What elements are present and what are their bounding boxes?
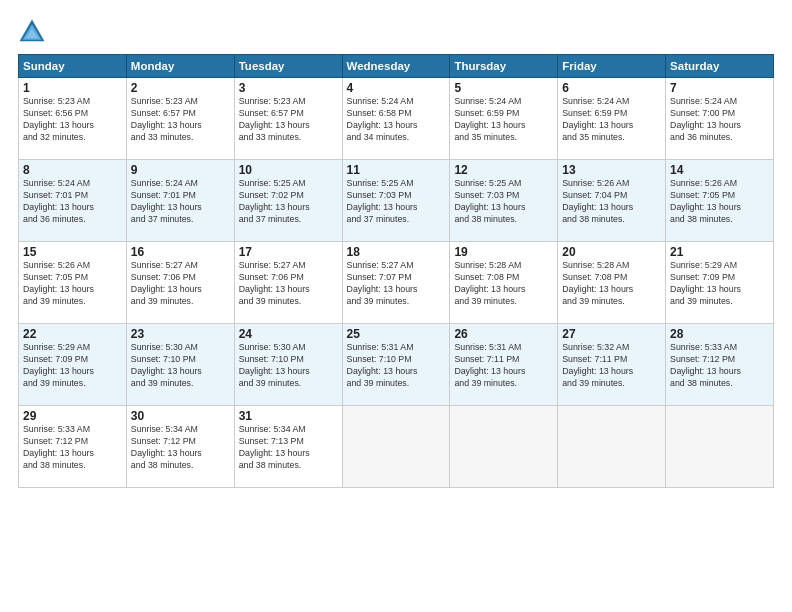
calendar-cell: 10Sunrise: 5:25 AMSunset: 7:02 PMDayligh… [234,160,342,242]
col-header-saturday: Saturday [666,55,774,78]
calendar-cell: 4Sunrise: 5:24 AMSunset: 6:58 PMDaylight… [342,78,450,160]
calendar-cell: 21Sunrise: 5:29 AMSunset: 7:09 PMDayligh… [666,242,774,324]
cell-info: Sunrise: 5:26 AMSunset: 7:05 PMDaylight:… [670,178,769,226]
cell-info: Sunrise: 5:30 AMSunset: 7:10 PMDaylight:… [239,342,338,390]
cell-info: Sunrise: 5:27 AMSunset: 7:06 PMDaylight:… [239,260,338,308]
day-number: 15 [23,245,122,259]
day-number: 13 [562,163,661,177]
cell-info: Sunrise: 5:24 AMSunset: 6:59 PMDaylight:… [454,96,553,144]
calendar-cell: 19Sunrise: 5:28 AMSunset: 7:08 PMDayligh… [450,242,558,324]
cell-info: Sunrise: 5:33 AMSunset: 7:12 PMDaylight:… [23,424,122,472]
cell-info: Sunrise: 5:24 AMSunset: 7:00 PMDaylight:… [670,96,769,144]
calendar-week-1: 1Sunrise: 5:23 AMSunset: 6:56 PMDaylight… [19,78,774,160]
calendar-cell: 14Sunrise: 5:26 AMSunset: 7:05 PMDayligh… [666,160,774,242]
cell-info: Sunrise: 5:34 AMSunset: 7:12 PMDaylight:… [131,424,230,472]
day-number: 11 [347,163,446,177]
calendar-cell: 17Sunrise: 5:27 AMSunset: 7:06 PMDayligh… [234,242,342,324]
calendar-cell: 11Sunrise: 5:25 AMSunset: 7:03 PMDayligh… [342,160,450,242]
day-number: 22 [23,327,122,341]
cell-info: Sunrise: 5:24 AMSunset: 6:59 PMDaylight:… [562,96,661,144]
calendar-cell: 2Sunrise: 5:23 AMSunset: 6:57 PMDaylight… [126,78,234,160]
cell-info: Sunrise: 5:33 AMSunset: 7:12 PMDaylight:… [670,342,769,390]
cell-info: Sunrise: 5:23 AMSunset: 6:57 PMDaylight:… [239,96,338,144]
calendar-cell: 27Sunrise: 5:32 AMSunset: 7:11 PMDayligh… [558,324,666,406]
day-number: 8 [23,163,122,177]
calendar-cell: 9Sunrise: 5:24 AMSunset: 7:01 PMDaylight… [126,160,234,242]
cell-info: Sunrise: 5:29 AMSunset: 7:09 PMDaylight:… [670,260,769,308]
calendar-cell [342,406,450,488]
col-header-thursday: Thursday [450,55,558,78]
cell-info: Sunrise: 5:23 AMSunset: 6:57 PMDaylight:… [131,96,230,144]
cell-info: Sunrise: 5:25 AMSunset: 7:03 PMDaylight:… [454,178,553,226]
calendar-cell [450,406,558,488]
calendar-week-3: 15Sunrise: 5:26 AMSunset: 7:05 PMDayligh… [19,242,774,324]
calendar-cell: 1Sunrise: 5:23 AMSunset: 6:56 PMDaylight… [19,78,127,160]
cell-info: Sunrise: 5:26 AMSunset: 7:04 PMDaylight:… [562,178,661,226]
logo [18,18,48,46]
calendar-table: SundayMondayTuesdayWednesdayThursdayFrid… [18,54,774,488]
cell-info: Sunrise: 5:31 AMSunset: 7:10 PMDaylight:… [347,342,446,390]
calendar-cell: 8Sunrise: 5:24 AMSunset: 7:01 PMDaylight… [19,160,127,242]
calendar-week-2: 8Sunrise: 5:24 AMSunset: 7:01 PMDaylight… [19,160,774,242]
day-number: 2 [131,81,230,95]
calendar-cell: 13Sunrise: 5:26 AMSunset: 7:04 PMDayligh… [558,160,666,242]
day-number: 29 [23,409,122,423]
calendar-week-5: 29Sunrise: 5:33 AMSunset: 7:12 PMDayligh… [19,406,774,488]
day-number: 30 [131,409,230,423]
cell-info: Sunrise: 5:27 AMSunset: 7:07 PMDaylight:… [347,260,446,308]
day-number: 24 [239,327,338,341]
calendar-cell: 23Sunrise: 5:30 AMSunset: 7:10 PMDayligh… [126,324,234,406]
cell-info: Sunrise: 5:24 AMSunset: 6:58 PMDaylight:… [347,96,446,144]
day-number: 16 [131,245,230,259]
day-number: 9 [131,163,230,177]
col-header-sunday: Sunday [19,55,127,78]
cell-info: Sunrise: 5:24 AMSunset: 7:01 PMDaylight:… [131,178,230,226]
calendar-cell: 31Sunrise: 5:34 AMSunset: 7:13 PMDayligh… [234,406,342,488]
calendar-cell: 7Sunrise: 5:24 AMSunset: 7:00 PMDaylight… [666,78,774,160]
day-number: 20 [562,245,661,259]
calendar-cell: 3Sunrise: 5:23 AMSunset: 6:57 PMDaylight… [234,78,342,160]
calendar-cell: 16Sunrise: 5:27 AMSunset: 7:06 PMDayligh… [126,242,234,324]
cell-info: Sunrise: 5:34 AMSunset: 7:13 PMDaylight:… [239,424,338,472]
day-number: 28 [670,327,769,341]
logo-icon [18,18,46,46]
cell-info: Sunrise: 5:25 AMSunset: 7:02 PMDaylight:… [239,178,338,226]
day-number: 4 [347,81,446,95]
calendar-cell: 5Sunrise: 5:24 AMSunset: 6:59 PMDaylight… [450,78,558,160]
cell-info: Sunrise: 5:27 AMSunset: 7:06 PMDaylight:… [131,260,230,308]
day-number: 6 [562,81,661,95]
col-header-friday: Friday [558,55,666,78]
day-number: 10 [239,163,338,177]
day-number: 14 [670,163,769,177]
cell-info: Sunrise: 5:31 AMSunset: 7:11 PMDaylight:… [454,342,553,390]
header [18,18,774,46]
day-number: 12 [454,163,553,177]
calendar-cell: 24Sunrise: 5:30 AMSunset: 7:10 PMDayligh… [234,324,342,406]
cell-info: Sunrise: 5:23 AMSunset: 6:56 PMDaylight:… [23,96,122,144]
day-number: 1 [23,81,122,95]
header-row: SundayMondayTuesdayWednesdayThursdayFrid… [19,55,774,78]
calendar-cell: 22Sunrise: 5:29 AMSunset: 7:09 PMDayligh… [19,324,127,406]
cell-info: Sunrise: 5:28 AMSunset: 7:08 PMDaylight:… [454,260,553,308]
cell-info: Sunrise: 5:25 AMSunset: 7:03 PMDaylight:… [347,178,446,226]
day-number: 31 [239,409,338,423]
day-number: 18 [347,245,446,259]
calendar-cell: 29Sunrise: 5:33 AMSunset: 7:12 PMDayligh… [19,406,127,488]
calendar-cell [558,406,666,488]
calendar-cell: 25Sunrise: 5:31 AMSunset: 7:10 PMDayligh… [342,324,450,406]
calendar-cell: 12Sunrise: 5:25 AMSunset: 7:03 PMDayligh… [450,160,558,242]
col-header-tuesday: Tuesday [234,55,342,78]
cell-info: Sunrise: 5:29 AMSunset: 7:09 PMDaylight:… [23,342,122,390]
day-number: 7 [670,81,769,95]
calendar-cell: 6Sunrise: 5:24 AMSunset: 6:59 PMDaylight… [558,78,666,160]
col-header-wednesday: Wednesday [342,55,450,78]
calendar-cell: 15Sunrise: 5:26 AMSunset: 7:05 PMDayligh… [19,242,127,324]
calendar-cell: 26Sunrise: 5:31 AMSunset: 7:11 PMDayligh… [450,324,558,406]
day-number: 27 [562,327,661,341]
calendar-cell: 30Sunrise: 5:34 AMSunset: 7:12 PMDayligh… [126,406,234,488]
calendar-cell [666,406,774,488]
cell-info: Sunrise: 5:32 AMSunset: 7:11 PMDaylight:… [562,342,661,390]
calendar-cell: 28Sunrise: 5:33 AMSunset: 7:12 PMDayligh… [666,324,774,406]
day-number: 5 [454,81,553,95]
calendar-week-4: 22Sunrise: 5:29 AMSunset: 7:09 PMDayligh… [19,324,774,406]
